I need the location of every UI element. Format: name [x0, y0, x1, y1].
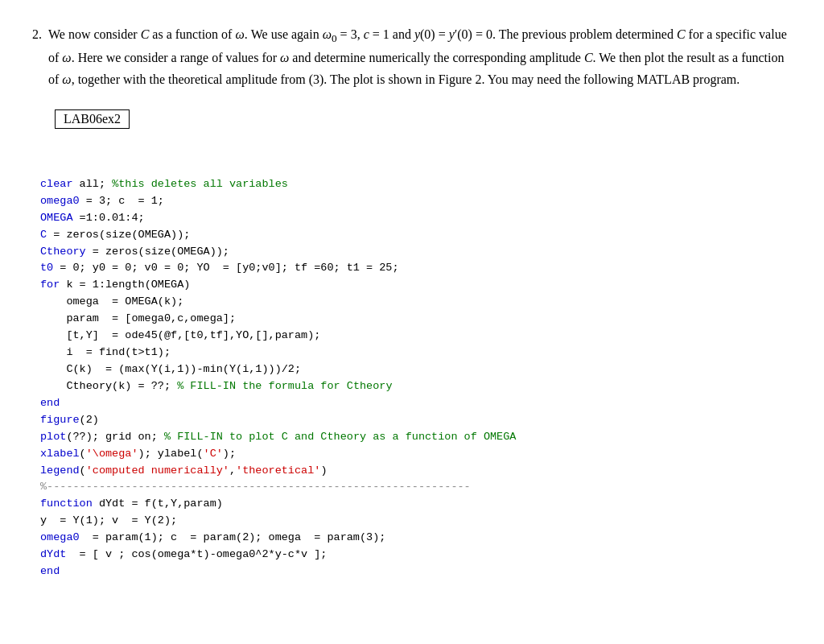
filename-box: LAB06ex2 [55, 109, 130, 129]
problem-container: 2. We now consider C as a function of ω.… [32, 24, 792, 601]
problem-number: 2. [32, 24, 42, 90]
problem-text: 2. We now consider C as a function of ω.… [32, 24, 792, 90]
code-block: clear all; %this deletes all variables o… [40, 156, 792, 601]
problem-body: We now consider C as a function of ω. We… [48, 24, 792, 90]
